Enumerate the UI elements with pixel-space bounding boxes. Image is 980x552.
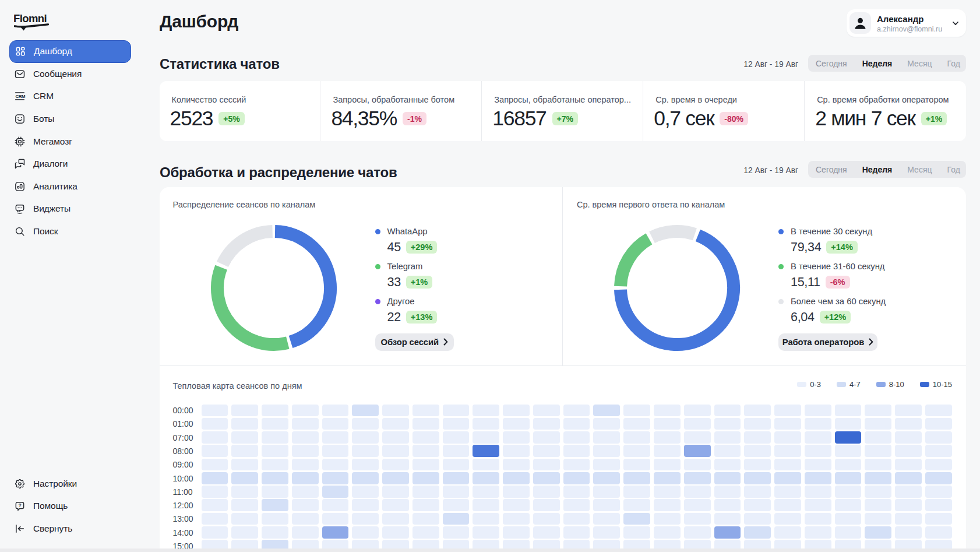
svg-text:CRM: CRM <box>16 94 26 99</box>
svg-text:?: ? <box>19 503 22 508</box>
svg-text:Flomni: Flomni <box>14 12 47 24</box>
